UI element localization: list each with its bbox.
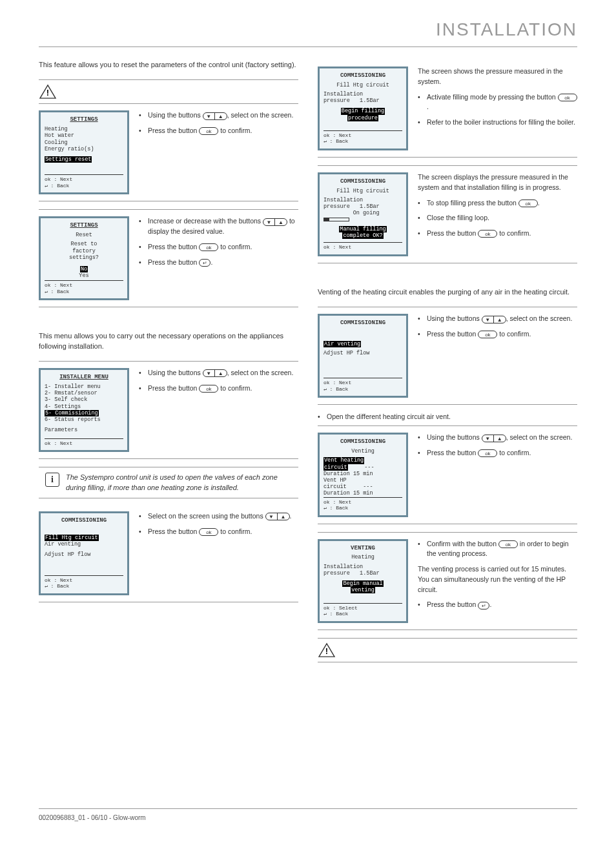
arrow-buttons-icon: ▼▲ xyxy=(203,369,227,377)
warning-icon: ! xyxy=(318,642,336,658)
lcd-screen-venting-heating: VENTING Heating Installation pressure 1.… xyxy=(318,539,408,623)
instruction-item: Activate filling mode by pressing the bu… xyxy=(418,92,577,113)
ok-button-icon: ok xyxy=(199,528,218,536)
arrow-buttons-icon: ▼▲ xyxy=(263,218,287,226)
lcd-screen-venting-list: COMMISSIONING Venting Vent heating circu… xyxy=(318,433,408,517)
back-button-icon: ↵ xyxy=(478,602,489,609)
instruction-item: Press the button ok to confirm. xyxy=(418,448,577,458)
instruction-item: Press the button ok to confirm. xyxy=(139,126,298,136)
footer-text: 0020096883_01 - 06/10 - Glow-worm xyxy=(39,814,146,821)
intro-commissioning: This menu allows you to carry out the ne… xyxy=(39,331,298,351)
back-button-icon: ↵ xyxy=(199,259,210,267)
info-note: i The Systempro control unit is used to … xyxy=(39,467,298,498)
instruction-item: Using the buttons ▼▲, select on the scre… xyxy=(139,368,298,378)
intro-reset: This feature allows you to reset the par… xyxy=(39,60,298,70)
left-column: This feature allows you to reset the par… xyxy=(39,60,298,662)
instruction-item: Press the button ok to confirm. xyxy=(139,242,298,252)
instruction-item: Refer to the boiler instructions for fil… xyxy=(418,118,577,128)
lcd-screen-air-venting: COMMISSIONING Air venting Adjust HP flow… xyxy=(318,314,408,398)
lcd-screen-installer-menu: INSTALLER MENU 1- Installer menu 2- Rmst… xyxy=(39,368,129,452)
lcd-screen-fill-ongoing: COMMISSIONING Fill Htg circuit Installat… xyxy=(318,172,408,256)
ok-button-icon: ok xyxy=(558,94,577,101)
instruction-item: Using the buttons ▼▲, select on the scre… xyxy=(418,314,577,324)
instruction-item: Increase or decrease with the buttons ▼▲… xyxy=(139,216,298,237)
svg-text:!: ! xyxy=(325,646,328,656)
instruction-item: Open the different heating circuit air v… xyxy=(318,413,577,420)
instruction-item: Using the buttons ▼▲, select on the scre… xyxy=(418,433,577,443)
alert-icon-row: ! xyxy=(39,79,298,104)
instruction-text: The screen displays the pressure measure… xyxy=(418,172,577,193)
intro-venting: Venting of the heating circuit enables t… xyxy=(318,287,577,297)
arrow-buttons-icon: ▼▲ xyxy=(265,513,290,520)
arrow-buttons-icon: ▼▲ xyxy=(482,316,506,323)
info-icon: i xyxy=(45,473,59,487)
instruction-item: Press the button ↵. xyxy=(139,258,298,268)
arrow-buttons-icon: ▼▲ xyxy=(482,435,506,442)
lcd-screen-commissioning: COMMISSIONING Fill Htg circuit Air venti… xyxy=(39,511,129,595)
page-header: INSTALLATION xyxy=(39,19,577,47)
lcd-screen-settings: SETTINGS Heating Hot water Cooling Energ… xyxy=(39,110,129,194)
alert-icon-row: ! xyxy=(318,638,577,662)
ok-button-icon: ok xyxy=(478,230,497,238)
instruction-item: To stop filling press the button ok. xyxy=(418,198,577,209)
instruction-text: The venting process is carried out for 1… xyxy=(418,564,577,595)
instruction-text: The screen shows the pressure measured i… xyxy=(418,67,577,87)
warning-icon: ! xyxy=(39,84,57,99)
lcd-screen-fill-pressure: COMMISSIONING Fill Htg circuit Installat… xyxy=(318,67,408,150)
instruction-item: Press the button ok to confirm. xyxy=(139,384,298,394)
ok-button-icon: ok xyxy=(478,331,497,338)
progress-bar-icon xyxy=(323,218,349,221)
ok-button-icon: ok xyxy=(199,385,218,393)
ok-button-icon: ok xyxy=(199,127,218,135)
page-footer: 0020096883_01 - 06/10 - Glow-worm xyxy=(39,808,577,821)
ok-button-icon: ok xyxy=(478,449,497,457)
instruction-item: Press the button ok to confirm. xyxy=(418,229,577,239)
instruction-item: Press the button ↵. xyxy=(418,600,577,610)
ok-button-icon: ok xyxy=(199,243,218,251)
lcd-screen-reset: SETTINGS Reset Reset to factory settings… xyxy=(39,216,129,300)
right-column: COMMISSIONING Fill Htg circuit Installat… xyxy=(318,60,577,662)
svg-text:!: ! xyxy=(46,88,49,98)
instruction-item: Confirm with the button ok in order to b… xyxy=(418,539,577,560)
instruction-item: Close the filling loop. xyxy=(418,213,577,223)
arrow-buttons-icon: ▼▲ xyxy=(203,112,227,120)
ok-button-icon: ok xyxy=(518,200,538,207)
instruction-item: Select on the screen using the buttons ▼… xyxy=(139,511,298,522)
ok-button-icon: ok xyxy=(498,540,518,548)
instruction-item: Using the buttons ▼▲, select on the scre… xyxy=(139,110,298,121)
instruction-item: Press the button ok to confirm. xyxy=(139,527,298,537)
instruction-item: Press the button ok to confirm. xyxy=(418,329,577,340)
